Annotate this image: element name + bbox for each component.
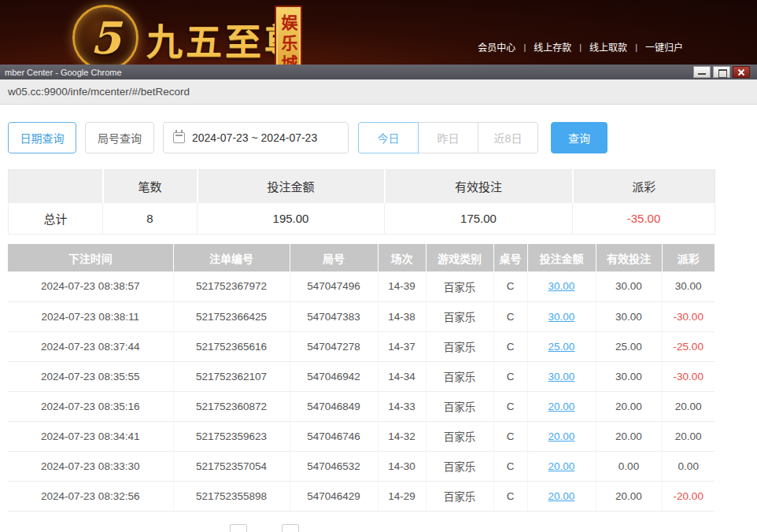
bet-amount-link[interactable]: 20.00 bbox=[527, 481, 596, 511]
table-cell: C bbox=[493, 272, 527, 301]
summary-value-row: 总计8195.00175.00-35.00 bbox=[9, 203, 715, 235]
table-cell: 521752362107 bbox=[173, 361, 290, 391]
minimize-button[interactable] bbox=[693, 66, 711, 78]
summary-header-cell: 派彩 bbox=[573, 170, 715, 203]
date-range-picker[interactable]: 2024-07-23 ~ 2024-07-23 bbox=[163, 122, 349, 153]
bet-amount-link[interactable]: 30.00 bbox=[527, 361, 596, 391]
table-row: 2024-07-23 08:35:55521752362107547046942… bbox=[8, 361, 715, 391]
table-cell: 521752355898 bbox=[173, 481, 290, 511]
summary-table: 笔数投注金额有效投注派彩 总计8195.00175.00-35.00 bbox=[8, 169, 715, 235]
table-cell: 547047383 bbox=[290, 301, 378, 331]
table-cell: 百家乐 bbox=[426, 272, 493, 301]
bet-amount-link[interactable]: 30.00 bbox=[527, 301, 596, 331]
table-cell: 14-38 bbox=[378, 301, 426, 331]
bet-table-header-cell: 投注金额 bbox=[527, 244, 596, 272]
table-cell: 14-33 bbox=[378, 391, 426, 421]
summary-header-cell: 投注金额 bbox=[198, 170, 385, 203]
table-cell: 百家乐 bbox=[426, 331, 493, 361]
table-row: 2024-07-23 08:32:56521752355898547046429… bbox=[8, 481, 715, 511]
table-cell: 30.00 bbox=[596, 361, 662, 391]
table-cell: 521752365616 bbox=[173, 331, 290, 361]
top-nav-item[interactable]: 会员中心 bbox=[470, 40, 523, 54]
table-cell: 百家乐 bbox=[426, 481, 493, 511]
bet-amount-link[interactable]: 20.00 bbox=[527, 391, 596, 421]
quick-last8days-button[interactable]: 近8日 bbox=[478, 122, 538, 153]
browser-urlbar[interactable]: w05.cc:9900/infe/mcenter/#/betRecord bbox=[0, 79, 757, 105]
top-nav-item[interactable]: 线上取款 bbox=[582, 40, 635, 54]
summary-value-cell: 总计 bbox=[9, 203, 103, 235]
table-cell: 25.00 bbox=[596, 331, 662, 361]
maximize-button[interactable] bbox=[713, 66, 730, 78]
table-cell: C bbox=[493, 391, 527, 421]
tab-date-query[interactable]: 日期查询 bbox=[8, 122, 76, 153]
table-row: 2024-07-23 08:34:41521752359623547046746… bbox=[8, 421, 715, 451]
bet-table-header-cell: 注单编号 bbox=[173, 244, 290, 272]
table-cell: 521752366425 bbox=[173, 301, 290, 331]
bet-table-header-cell: 游戏类别 bbox=[426, 244, 493, 272]
table-cell: C bbox=[493, 481, 527, 511]
summary-header-row: 笔数投注金额有效投注派彩 bbox=[9, 170, 715, 203]
bet-amount-link[interactable]: 25.00 bbox=[527, 331, 596, 361]
bet-table-header-cell: 下注时间 bbox=[8, 244, 173, 272]
bet-amount-link[interactable]: 20.00 bbox=[527, 451, 596, 481]
table-row: 2024-07-23 08:33:30521752357054547046532… bbox=[8, 451, 715, 481]
table-cell: 521752360872 bbox=[173, 391, 290, 421]
table-cell: 0.00 bbox=[662, 451, 715, 481]
table-cell: 百家乐 bbox=[426, 451, 493, 481]
table-cell: 14-34 bbox=[378, 361, 426, 391]
bet-table-header-row: 下注时间注单编号局号场次游戏类别桌号投注金额有效投注派彩 bbox=[8, 244, 715, 272]
quick-yesterday-button[interactable]: 昨日 bbox=[418, 122, 478, 153]
bet-table-header-cell: 有效投注 bbox=[596, 244, 662, 272]
tab-round-query[interactable]: 局号查询 bbox=[85, 122, 154, 153]
table-cell: -25.00 bbox=[662, 331, 715, 361]
bet-table-body: 2024-07-23 08:38:57521752367972547047496… bbox=[8, 272, 715, 511]
logo-5-glyph: 5 bbox=[90, 12, 121, 64]
table-cell: -30.00 bbox=[662, 361, 715, 391]
screen: 5 九五至尊 娱乐城 会员中心|线上存款|线上取款|一键归户 mber Cent… bbox=[0, 0, 757, 532]
browser-titlebar[interactable]: mber Center - Google Chrome bbox=[0, 65, 757, 79]
table-cell: 547047278 bbox=[290, 331, 378, 361]
table-cell: 547047496 bbox=[290, 272, 378, 301]
quick-today-button[interactable]: 今日 bbox=[358, 122, 419, 153]
table-cell: 百家乐 bbox=[426, 361, 493, 391]
quick-date-group: 今日 昨日 近8日 bbox=[358, 122, 538, 153]
summary-value-cell: 175.00 bbox=[385, 203, 573, 235]
table-cell: 521752367972 bbox=[173, 272, 290, 301]
table-cell: 百家乐 bbox=[426, 421, 493, 451]
bet-table-header-cell: 局号 bbox=[290, 244, 378, 272]
summary-value-cell: 195.00 bbox=[198, 203, 385, 235]
bet-amount-link[interactable]: 20.00 bbox=[527, 421, 596, 451]
pagination-button[interactable] bbox=[230, 524, 247, 532]
table-cell: 14-32 bbox=[378, 421, 426, 451]
table-cell: 547046429 bbox=[290, 481, 378, 511]
table-cell: C bbox=[493, 331, 527, 361]
table-cell: 547046746 bbox=[290, 421, 378, 451]
date-range-value: 2024-07-23 ~ 2024-07-23 bbox=[192, 131, 317, 144]
search-button[interactable]: 查询 bbox=[551, 122, 607, 153]
table-cell: 30.00 bbox=[596, 301, 662, 331]
top-nav-item[interactable]: 一键归户 bbox=[637, 40, 691, 54]
table-cell: 14-37 bbox=[378, 331, 426, 361]
url-text: w05.cc:9900/infe/mcenter/#/betRecord bbox=[8, 86, 190, 98]
table-row: 2024-07-23 08:38:57521752367972547047496… bbox=[8, 272, 715, 301]
bet-amount-link[interactable]: 30.00 bbox=[527, 272, 596, 301]
table-cell: 521752357054 bbox=[173, 451, 290, 481]
table-cell: 30.00 bbox=[662, 272, 715, 301]
table-cell: 547046849 bbox=[290, 391, 378, 421]
table-cell: C bbox=[493, 301, 527, 331]
table-row: 2024-07-23 08:37:44521752365616547047278… bbox=[8, 331, 715, 361]
window-controls bbox=[693, 66, 757, 78]
pagination-button[interactable] bbox=[282, 524, 299, 532]
table-cell: 14-30 bbox=[378, 451, 426, 481]
table-cell: 547046942 bbox=[290, 361, 378, 391]
summary-header-cell: 有效投注 bbox=[385, 170, 573, 203]
summary-header-cell bbox=[9, 170, 103, 203]
bet-table-header-cell: 派彩 bbox=[662, 244, 715, 272]
close-button[interactable] bbox=[733, 66, 750, 78]
summary-value-cell: -35.00 bbox=[573, 203, 715, 235]
logo-5-icon: 5 bbox=[72, 5, 138, 71]
summary-header-cell: 笔数 bbox=[103, 170, 198, 203]
table-cell: -30.00 bbox=[662, 301, 715, 331]
top-nav-item[interactable]: 线上存款 bbox=[526, 40, 579, 54]
table-cell: 14-29 bbox=[378, 481, 426, 511]
